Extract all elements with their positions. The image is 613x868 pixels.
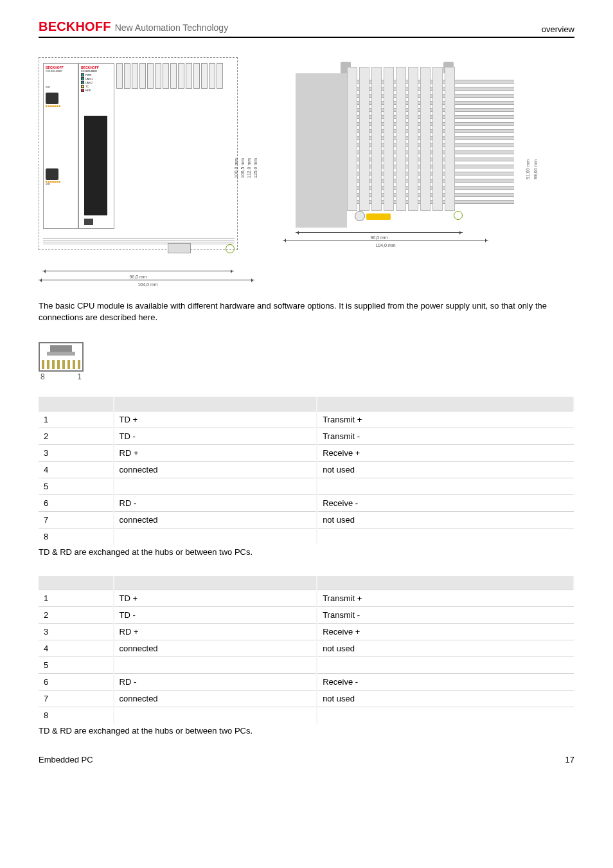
brand-tagline: New Automation Technology xyxy=(115,23,228,33)
footer-left: Embedded PC xyxy=(39,755,93,764)
table-cell: 1 xyxy=(39,590,114,607)
ground-icon xyxy=(454,211,463,220)
rj45-port-icon xyxy=(46,93,58,104)
table-cell: connected xyxy=(114,691,317,707)
dimension-width-inner: 96,0 mm xyxy=(39,275,238,279)
table-cell: 8 xyxy=(39,707,114,724)
table-cell: not used xyxy=(317,461,574,478)
table-row: 8 xyxy=(39,528,574,545)
table-row: 7connectednot used xyxy=(39,511,574,528)
dimension-height-1: 100,0 mm xyxy=(234,158,238,178)
table-cell xyxy=(114,657,317,674)
intro-paragraph: The basic CPU module is available with d… xyxy=(39,300,574,323)
table-cell: RD - xyxy=(114,494,317,511)
table-cell: 8 xyxy=(39,528,114,545)
table-row: 1TD +Transmit + xyxy=(39,411,574,428)
table-row: 1TD +Transmit + xyxy=(39,590,574,607)
din-mount-base xyxy=(296,73,347,228)
table-cell xyxy=(317,478,574,494)
table-cell: Receive + xyxy=(317,624,574,640)
release-tab-icon xyxy=(366,213,391,220)
footer-page-number: 17 xyxy=(565,755,574,764)
dimension-height-inner: 91,00 mm xyxy=(526,159,530,179)
table-cell xyxy=(114,528,317,545)
port-label-x02: X02 xyxy=(46,183,76,186)
page-header: BECKHOFF New Automation Technology overv… xyxy=(39,19,574,38)
dimension-height-2: 106,5 mm xyxy=(240,158,245,178)
io-terminal-blocks xyxy=(116,63,238,89)
table-cell: RD - xyxy=(114,674,317,691)
table-cell: TD + xyxy=(114,411,317,428)
dimension-height-outer: 99,00 mm xyxy=(533,159,538,179)
table-cell: 4 xyxy=(39,461,114,478)
table-cell: 3 xyxy=(39,624,114,640)
led-label: PWR xyxy=(85,73,91,77)
io-columns xyxy=(347,67,463,211)
table-cell xyxy=(317,657,574,674)
table-cell: 5 xyxy=(39,657,114,674)
table-row: 8 xyxy=(39,707,574,724)
pin-table-1-note: TD & RD are exchanged at the hubs or bet… xyxy=(39,547,574,557)
brand-logo: BECKHOFF xyxy=(39,19,111,34)
table-cell: not used xyxy=(317,640,574,657)
table-cell: Transmit - xyxy=(317,607,574,624)
dimension-width-outer: 104,0 mm xyxy=(39,282,257,287)
header-section-title: overview xyxy=(542,24,574,34)
dimension-width-inner: 96,0 mm xyxy=(296,235,463,240)
table-cell: RD + xyxy=(114,444,317,461)
table-cell: 7 xyxy=(39,511,114,528)
table-cell: 3 xyxy=(39,444,114,461)
table-cell: TD - xyxy=(114,428,317,444)
front-view-diagram: BECKHOFF CX1020-N000 X01 X02 BECKHOFF CX xyxy=(39,57,257,289)
table-cell: Transmit - xyxy=(317,428,574,444)
table-cell: 2 xyxy=(39,428,114,444)
table-cell: RD + xyxy=(114,624,317,640)
pin-table-1: 1TD +Transmit +2TD -Transmit -3RD +Recei… xyxy=(39,397,574,545)
release-ring-icon xyxy=(355,211,365,221)
diagrams-row: BECKHOFF CX1020-N000 X01 X02 BECKHOFF CX xyxy=(39,57,574,289)
table-cell: 6 xyxy=(39,674,114,691)
led-label: TC xyxy=(85,85,89,88)
table-cell: TD + xyxy=(114,590,317,607)
table-cell xyxy=(317,528,574,545)
dimension-width-outer: 104,0 mm xyxy=(283,243,488,248)
table-cell: connected xyxy=(114,640,317,657)
table-row: 2TD -Transmit - xyxy=(39,607,574,624)
table-cell: Receive - xyxy=(317,494,574,511)
table-cell xyxy=(317,707,574,724)
rj45-pin-1-label: 1 xyxy=(77,372,82,381)
table-cell xyxy=(114,478,317,494)
dimension-height-3: 112,0 mm xyxy=(247,158,251,178)
table-row: 5 xyxy=(39,478,574,494)
pin-table-2-note: TD & RD are exchanged at the hubs or bet… xyxy=(39,726,574,736)
port-label-x01: X01 xyxy=(46,86,76,89)
table-cell: 5 xyxy=(39,478,114,494)
din-rail-icon xyxy=(43,237,235,244)
pin-table-1-body: 1TD +Transmit +2TD -Transmit -3RD +Recei… xyxy=(39,411,574,545)
rj45-port-icon xyxy=(46,168,58,180)
table-cell: Receive - xyxy=(317,674,574,691)
table-row: 4connectednot used xyxy=(39,640,574,657)
pin-table-2-body: 1TD +Transmit +2TD -Transmit -3RD +Recei… xyxy=(39,590,574,724)
table-cell: 4 xyxy=(39,640,114,657)
table-row: 5 xyxy=(39,657,574,674)
page-footer: Embedded PC 17 xyxy=(39,755,574,764)
table-row: 6RD -Receive - xyxy=(39,674,574,691)
table-row: 2TD -Transmit - xyxy=(39,428,574,444)
usb-slot-icon xyxy=(168,243,191,253)
rj45-pin-8-label: 8 xyxy=(40,372,45,381)
table-cell: connected xyxy=(114,511,317,528)
cf-cover xyxy=(84,116,107,215)
rj45-connector-figure: 8 1 xyxy=(39,342,574,381)
table-cell: connected xyxy=(114,461,317,478)
table-cell xyxy=(114,707,317,724)
table-row: 3RD +Receive + xyxy=(39,444,574,461)
panel-model: CX1020-0000 xyxy=(81,69,112,73)
rj45-connector-icon xyxy=(39,342,84,372)
table-cell: 7 xyxy=(39,691,114,707)
table-cell: 2 xyxy=(39,607,114,624)
table-row: 7connectednot used xyxy=(39,691,574,707)
top-view-diagram: 96,0 mm 104,0 mm 91,00 mm 99,00 mm xyxy=(283,57,540,253)
led-label: LAN 1 xyxy=(85,77,93,80)
table-row: 3RD +Receive + xyxy=(39,624,574,640)
